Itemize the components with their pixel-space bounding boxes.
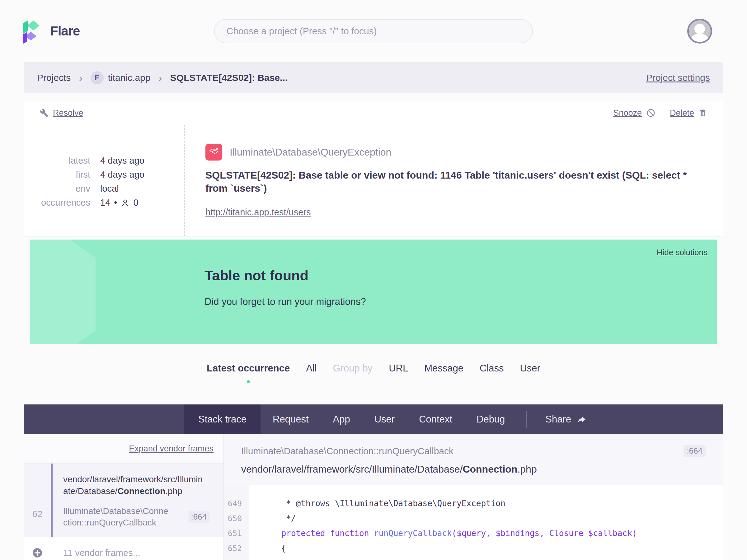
chevron-right-icon: ›: [158, 73, 162, 83]
tab-stack-trace[interactable]: Stack trace: [184, 404, 260, 434]
meta-value: 4 days ago: [100, 154, 184, 168]
flare-logo-icon: [23, 19, 42, 44]
wrench-icon: [40, 109, 49, 117]
stack-trace-section: Expand vendor frames 62 vendor/laravel/f…: [24, 434, 723, 560]
bullet-separator: •: [114, 196, 117, 210]
occurrence-meta: latest 4 days ago first 4 days ago env l…: [24, 125, 185, 236]
meta-value: 4 days ago: [100, 168, 184, 182]
code-line: 653 // To execute the statement, we'll s…: [224, 556, 723, 560]
share-forward-icon: [577, 415, 587, 424]
laravel-icon: [205, 144, 222, 161]
breadcrumb-projects[interactable]: Projects: [37, 73, 71, 83]
code-header: Illuminate\Database\Connection::runQuery…: [224, 434, 723, 485]
line-number: 650: [224, 514, 249, 523]
expand-vendor-frames-link[interactable]: Expand vendor frames: [129, 444, 213, 454]
line-number: 649: [224, 499, 249, 508]
exception-message: SQLSTATE[42S02]: Base table or view not …: [205, 169, 704, 195]
tab-url[interactable]: URL: [389, 363, 408, 374]
vendor-frames-label: 11 vendor frames...: [51, 548, 140, 558]
tab-group-by-label: Group by: [333, 363, 373, 374]
resolve-button[interactable]: Resolve: [40, 108, 83, 118]
hide-solutions-link[interactable]: Hide solutions: [657, 248, 707, 257]
line-number: 653: [224, 559, 249, 560]
meta-label: occurrences: [24, 196, 90, 210]
exception-class: Illuminate\Database\QueryException: [230, 146, 391, 158]
stack-frames-panel: Expand vendor frames 62 vendor/laravel/f…: [24, 434, 224, 560]
selected-frame-accent-bar: [51, 463, 53, 536]
brand[interactable]: Flare: [23, 19, 80, 44]
detail-nav: Stack trace Request App User Context Deb…: [24, 404, 723, 434]
stack-frame-selected[interactable]: 62 vendor/laravel/framework/src/Illumina…: [24, 463, 224, 537]
line-number: 651: [224, 529, 249, 538]
code-file-path: vendor/laravel/framework/src/Illuminate/…: [241, 463, 705, 475]
line-number: 652: [224, 544, 249, 553]
solution-title: Table not found: [205, 268, 707, 284]
code-panel: Illuminate\Database\Connection::runQuery…: [224, 434, 723, 560]
tab-user-details[interactable]: User: [362, 404, 407, 434]
breadcrumb: Projects › F titanic.app › SQLSTATE[42S0…: [24, 62, 723, 93]
hexagon-decoration: [30, 240, 96, 344]
occurrence-tabs: Latest occurrence All Group by URL Messa…: [0, 363, 747, 383]
code-line: 649 * @throws \Illuminate\Database\Query…: [224, 496, 723, 511]
code-line: 651 protected function runQueryCallback(…: [224, 526, 723, 541]
code-view: 649 * @throws \Illuminate\Database\Query…: [224, 485, 723, 560]
tab-request[interactable]: Request: [260, 404, 320, 434]
code-method: Illuminate\Database\Connection::runQuery…: [241, 446, 454, 456]
breadcrumb-project-name[interactable]: titanic.app: [108, 73, 151, 83]
breadcrumb-project[interactable]: F titanic.app: [91, 71, 151, 84]
active-tab-indicator-dot: [247, 380, 250, 383]
frame-line-number: :664: [188, 511, 210, 523]
tab-debug[interactable]: Debug: [464, 404, 517, 434]
tab-context[interactable]: Context: [407, 404, 464, 434]
occurrences-value: 14 • 0: [100, 196, 184, 210]
code-line: 652 {: [224, 541, 723, 556]
project-settings-link[interactable]: Project settings: [646, 73, 710, 83]
avatar[interactable]: [687, 19, 712, 44]
project-search: [214, 19, 533, 43]
meta-label: latest: [24, 154, 90, 168]
search-input[interactable]: [214, 19, 533, 43]
meta-value: local: [100, 182, 184, 196]
tab-user[interactable]: User: [520, 363, 540, 374]
meta-label: env: [24, 182, 90, 196]
code-line: 650 */: [224, 511, 723, 526]
share-button[interactable]: Share: [536, 404, 596, 434]
code-line-number: :664: [684, 445, 705, 457]
frame-index: 62: [24, 509, 51, 537]
tab-latest-occurrence[interactable]: Latest occurrence: [207, 363, 290, 374]
error-card: Resolve Snooze Delete latest 4 days ago: [24, 101, 723, 236]
vendor-frames-toggle[interactable]: 11 vendor frames...: [24, 537, 224, 560]
tab-class[interactable]: Class: [480, 363, 504, 374]
person-icon: [121, 198, 129, 207]
meta-label: first: [24, 168, 90, 182]
trash-icon: [698, 109, 707, 117]
occurrence-url-link[interactable]: http://titanic.app.test/users: [205, 207, 311, 217]
tab-all[interactable]: All: [306, 363, 316, 374]
frame-file-path: vendor/laravel/framework/src/Illuminate/…: [63, 474, 206, 497]
snooze-button[interactable]: Snooze: [613, 108, 655, 118]
breadcrumb-error-title: SQLSTATE[42S02]: Base...: [170, 73, 288, 83]
frame-method: Illuminate\Database\Connection::runQuery…: [63, 505, 172, 529]
tab-app[interactable]: App: [321, 404, 362, 434]
solution-banner: Hide solutions Table not found Did you f…: [30, 240, 717, 344]
person-silhouette-icon: [694, 24, 705, 34]
brand-name: Flare: [50, 24, 80, 38]
plus-circle-icon: [32, 547, 43, 558]
project-badge: F: [91, 71, 104, 84]
chevron-right-icon: ›: [79, 73, 82, 83]
solution-description: Did you forget to run your migrations?: [205, 296, 707, 308]
tab-message[interactable]: Message: [424, 363, 463, 374]
ban-icon: [646, 108, 655, 117]
delete-button[interactable]: Delete: [670, 108, 707, 118]
error-toolbar: Resolve Snooze Delete: [24, 101, 723, 125]
app-header: Flare: [0, 0, 747, 62]
